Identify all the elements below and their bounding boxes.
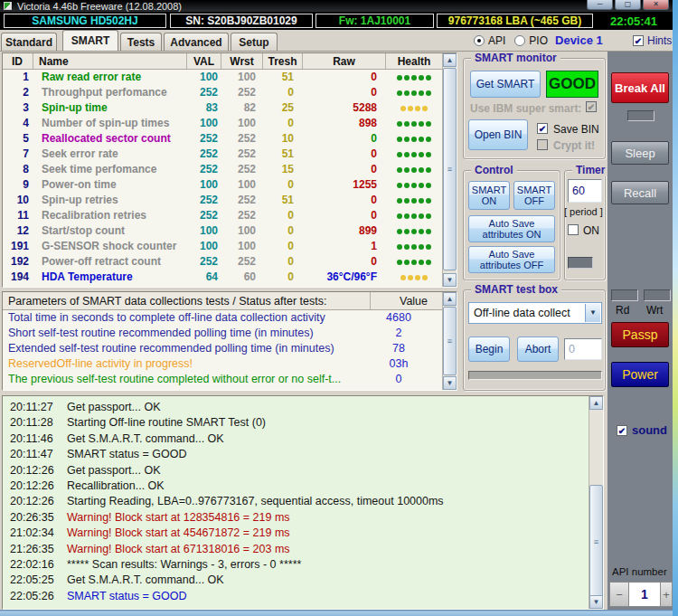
minimize-button[interactable]: ─ — [587, 0, 613, 10]
attr-name: Number of spin-up times — [33, 116, 187, 131]
log-message: Get S.M.A.R.T. command... OK — [54, 431, 224, 447]
pio-radio[interactable] — [514, 35, 525, 46]
chevron-down-icon[interactable]: ▼ — [585, 304, 600, 322]
passport-button[interactable]: Passp — [611, 322, 669, 347]
param-label: Short self-test routine recommended poll… — [3, 326, 355, 341]
close-button[interactable]: ✕ — [643, 0, 669, 10]
scroll-up-icon[interactable]: ▲ — [589, 396, 603, 410]
crypt-checkbox[interactable] — [537, 139, 548, 150]
smart-attribute-row[interactable]: 8 Seek time perfomance 252 252 15 0 — [3, 162, 442, 177]
get-smart-button[interactable]: Get SMART — [470, 71, 541, 98]
attr-tresh: 0 — [263, 208, 303, 223]
smart-parameters-table: Parameters of SMART data collections tes… — [2, 291, 457, 391]
drive-serial: SN: S20BJ90ZB01029 — [170, 14, 313, 28]
app-icon — [4, 2, 12, 10]
log-timestamp: 21:26:35 — [3, 542, 54, 557]
control-label: Control — [471, 164, 517, 176]
attr-id: 7 — [3, 147, 33, 162]
health-dot-icon — [404, 121, 410, 127]
smart-attribute-row[interactable]: 10 Spin-up retries 252 252 51 0 — [3, 193, 442, 208]
smart-attribute-row[interactable]: 191 G-SENSOR shock counter 100 100 0 1 — [3, 239, 442, 254]
recall-button[interactable]: Recall — [611, 181, 669, 204]
timer-on-checkbox[interactable] — [568, 224, 579, 235]
health-dots — [386, 100, 442, 116]
smart-attribute-row[interactable]: 194 HDA Temperature 64 60 0 36°C/96°F — [3, 270, 442, 285]
timer-on-label: ON — [583, 224, 599, 237]
log-entry: 21:02:34 Warning! Block start at 4546718… — [3, 526, 589, 541]
abort-button[interactable]: Abort — [517, 336, 559, 362]
begin-button[interactable]: Begin — [468, 336, 510, 362]
smart-attribute-row[interactable]: 5 Reallocated sector count 252 252 10 0 — [3, 131, 442, 147]
health-dot-icon — [400, 275, 406, 280]
smart-off-button[interactable]: SMART OFF — [513, 181, 555, 210]
autosave-off-button[interactable]: Auto Save attributes OFF — [468, 246, 555, 273]
attr-wrst: 252 — [221, 254, 263, 270]
smart-attribute-row[interactable]: 2 Throughput perfomance 252 252 0 0 — [3, 85, 442, 100]
api-number-increment[interactable]: + — [660, 582, 673, 607]
log-scrollbar[interactable]: ▲ ≡ ▼ — [589, 396, 603, 609]
sleep-button[interactable]: Sleep — [611, 141, 669, 165]
title-bar[interactable]: Victoria 4.46b Freeware (12.08.2008) ─ ▢… — [0, 0, 673, 12]
tab-standard[interactable]: Standard — [1, 33, 57, 51]
smart-attribute-row[interactable]: 1 Raw read error rate 100 100 51 0 — [3, 70, 442, 85]
scroll-thumb[interactable]: ≡ — [443, 68, 457, 270]
hints-toggle[interactable]: ✔ Hints — [633, 34, 672, 47]
health-dot-icon — [426, 213, 431, 219]
attr-name: Spin-up time — [33, 100, 187, 116]
smart-attribute-row[interactable]: 7 Seek error rate 252 252 51 0 — [3, 147, 442, 162]
attr-raw: 0 — [303, 208, 386, 223]
tab-smart[interactable]: SMART — [62, 30, 118, 51]
log-entry: 21:26:35 Warning! Block start at 6713180… — [3, 542, 589, 557]
smart-attributes-table: ID Name VAL Wrst Tresh Raw Health 1 Raw … — [2, 52, 457, 288]
smart-on-button[interactable]: SMART ON — [468, 181, 510, 210]
tab-setup[interactable]: Setup — [231, 33, 278, 51]
hints-checkbox[interactable]: ✔ — [633, 35, 644, 46]
smart-attribute-row[interactable]: 192 Power-off retract count 252 252 0 0 — [3, 254, 442, 270]
scroll-up-icon[interactable]: ▲ — [443, 53, 457, 67]
api-number-decrement[interactable]: − — [609, 582, 629, 607]
smart-table-scrollbar[interactable]: ▲ ≡ ▼ — [442, 53, 457, 287]
smart-attribute-row[interactable]: 3 Spin-up time 83 82 25 5288 — [3, 100, 442, 116]
open-bin-button[interactable]: Open BIN — [468, 119, 528, 150]
scroll-down-icon[interactable]: ▼ — [443, 273, 457, 287]
scroll-thumb[interactable]: ≡ — [443, 307, 457, 375]
smart-attribute-row[interactable]: 11 Recalibration retries 252 252 0 0 — [3, 208, 442, 223]
health-dot-icon — [411, 260, 417, 265]
health-dot-icon — [397, 75, 402, 81]
tab-tests[interactable]: Tests — [120, 33, 162, 51]
drive-firmware: Fw: 1AJ10001 — [315, 14, 434, 28]
health-dots — [386, 177, 442, 193]
read-indicator-label: Rd — [616, 304, 629, 317]
scroll-up-icon[interactable]: ▲ — [443, 292, 457, 306]
scroll-down-icon[interactable]: ▼ — [443, 376, 457, 390]
api-radio[interactable] — [474, 35, 485, 46]
break-all-button[interactable]: Break All — [611, 72, 669, 103]
param-row[interactable]: Total time in seconds to complete off-li… — [3, 310, 442, 326]
health-dot-icon — [411, 167, 417, 173]
log-message: Warning! Block start at 128354816 = 219 … — [54, 510, 290, 526]
sound-toggle[interactable]: ✔ sound — [617, 423, 667, 437]
ibm-smart-checkbox[interactable]: ✔ — [586, 101, 597, 112]
sound-checkbox[interactable]: ✔ — [617, 425, 627, 436]
event-log[interactable]: 20:11:27 Get passport... OK 20:11:28 Sta… — [2, 395, 604, 610]
health-dot-icon — [397, 229, 402, 234]
smart-attribute-row[interactable]: 9 Power-on time 100 100 0 1255 — [3, 177, 442, 193]
tab-advanced[interactable]: Advanced — [164, 33, 229, 51]
save-bin-checkbox[interactable]: ✔ — [537, 123, 548, 134]
maximize-button[interactable]: ▢ — [615, 0, 641, 10]
param-row[interactable]: The previous self-test routine completed… — [3, 372, 442, 387]
power-button[interactable]: Power — [611, 362, 669, 387]
timer-period-input[interactable]: 60 — [568, 179, 602, 203]
log-entry: 20:26:35 Warning! Block start at 1283548… — [3, 510, 589, 526]
scroll-down-icon[interactable]: ▼ — [589, 595, 603, 609]
param-row[interactable]: Short self-test routine recommended poll… — [3, 326, 442, 341]
params-scrollbar[interactable]: ▲ ≡ ▼ — [442, 292, 457, 390]
autosave-on-button[interactable]: Auto Save attributes ON — [468, 215, 555, 242]
ibm-smart-label: Use IBM super smart: — [470, 102, 581, 115]
param-row[interactable]: Extended self-test routine recommended p… — [3, 341, 442, 356]
smart-attribute-row[interactable]: 4 Number of spin-up times 100 100 0 898 — [3, 116, 442, 131]
test-type-dropdown[interactable]: Off-line data collect ▼ — [468, 302, 602, 324]
param-row[interactable]: ReservedOff-line activity in progress! 0… — [3, 356, 442, 372]
smart-attribute-row[interactable]: 12 Start/stop count 100 100 0 899 — [3, 223, 442, 239]
scroll-thumb[interactable]: ≡ — [589, 485, 603, 598]
